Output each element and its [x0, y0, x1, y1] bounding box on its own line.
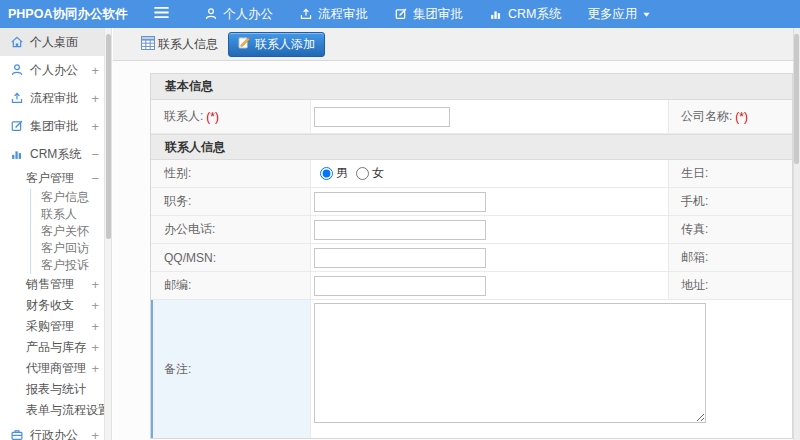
collapse-toggle: −	[91, 171, 99, 186]
sidebar-item-customer-management[interactable]: 客户管理 −	[0, 168, 111, 189]
gender-male-label: 男	[336, 165, 348, 182]
zip-input[interactable]	[314, 276, 486, 296]
nav-more-apps[interactable]: 更多应用	[574, 0, 664, 28]
hamburger-menu-button[interactable]	[154, 7, 169, 21]
collapse-toggle: −	[91, 147, 99, 162]
sidebar-item-finance[interactable]: 财务收支 +	[0, 295, 111, 316]
gender-male-radio[interactable]	[320, 167, 333, 180]
birthday-label-cell: 生日:	[669, 160, 792, 187]
sidebar-item-customer-followup[interactable]: 客户回访	[31, 240, 111, 257]
required-mark: (*)	[735, 110, 748, 124]
nav-label: 流程审批	[318, 6, 368, 23]
gender-radio-group: 男 女	[314, 165, 384, 182]
tab-bar: 联系人信息 联系人添加	[113, 28, 800, 61]
field-label: 手机:	[681, 193, 708, 210]
office-phone-input[interactable]	[314, 220, 486, 240]
bar-chart-icon	[10, 147, 24, 161]
page-scrollbar-thumb[interactable]	[794, 34, 799, 164]
user-icon	[204, 7, 218, 21]
tab-contact-add[interactable]: 联系人添加	[228, 32, 325, 57]
sidebar-item-group-approval[interactable]: 集团审批 +	[0, 112, 111, 140]
sidebar-item-agent-management[interactable]: 代理商管理 +	[0, 358, 111, 379]
office-phone-label-cell: 办公电话:	[151, 216, 311, 243]
edit-square-icon	[10, 119, 24, 133]
remark-input-cell	[311, 300, 792, 438]
expand-toggle: +	[91, 361, 99, 376]
sidebar-item-reports-statistics[interactable]: 报表与统计	[0, 379, 111, 400]
gender-female-radio[interactable]	[356, 167, 369, 180]
qq-msn-input[interactable]	[314, 248, 486, 268]
sidebar-item-purchasing[interactable]: 采购管理 +	[0, 316, 111, 337]
field-label: 地址:	[681, 277, 708, 294]
top-nav: 个人办公 流程审批 集团审批 CRM系统 更多应用	[191, 0, 664, 28]
sidebar-item-crm-system[interactable]: CRM系统 −	[0, 140, 111, 168]
contact-add-form: 基本信息 联系人: (*) 公司名称: (*) 联系人信息 性别:	[150, 73, 793, 439]
sidebar-scrollbar-track	[104, 28, 111, 440]
tab-label: 联系人添加	[255, 36, 315, 53]
sidebar-item-label: 产品与库存	[26, 339, 86, 356]
expand-toggle: +	[91, 91, 99, 106]
app-logo: PHPOA协同办公软件	[0, 6, 140, 23]
sidebar-scrollbar-thumb[interactable]	[106, 34, 111, 239]
remark-label-cell: 备注:	[151, 300, 311, 438]
remark-textarea[interactable]	[314, 303, 706, 423]
sidebar-item-label: 财务收支	[26, 297, 74, 314]
qq-msn-label-cell: QQ/MSN:	[151, 244, 311, 271]
sidebar-item-customer-care[interactable]: 客户关怀	[31, 223, 111, 240]
field-label: 备注:	[164, 361, 191, 378]
sidebar-item-personal-desktop[interactable]: 个人桌面	[0, 28, 111, 56]
sidebar-item-workflow-approval[interactable]: 流程审批 +	[0, 84, 111, 112]
gender-female-label: 女	[372, 165, 384, 182]
add-contact-icon	[238, 36, 251, 52]
position-input-cell	[311, 188, 669, 215]
gender-female-option[interactable]: 女	[350, 165, 384, 182]
field-label: 公司名称:	[681, 108, 732, 125]
gender-male-option[interactable]: 男	[314, 165, 348, 182]
required-mark: (*)	[206, 110, 219, 124]
sidebar-item-contacts[interactable]: 联系人	[31, 206, 111, 223]
nav-workflow-approval[interactable]: 流程审批	[286, 0, 381, 28]
sidebar-item-products-inventory[interactable]: 产品与库存 +	[0, 337, 111, 358]
field-label: 联系人:	[164, 108, 203, 125]
nav-group-approval[interactable]: 集团审批	[381, 0, 476, 28]
office-phone-input-cell	[311, 216, 669, 243]
sidebar-item-sales-management[interactable]: 销售管理 +	[0, 274, 111, 295]
field-label: 传真:	[681, 221, 708, 238]
contact-name-input-cell	[311, 100, 669, 133]
company-name-label-cell: 公司名称: (*)	[669, 100, 792, 133]
sidebar-item-form-workflow-settings[interactable]: 表单与流程设置 +	[0, 400, 111, 421]
sidebar-item-personal-office[interactable]: 个人办公 +	[0, 56, 111, 84]
nav-crm-system[interactable]: CRM系统	[476, 0, 574, 28]
sidebar-item-label: 个人办公	[30, 62, 78, 79]
qq-msn-input-cell	[311, 244, 669, 271]
tab-label: 联系人信息	[158, 36, 218, 53]
expand-toggle: +	[91, 277, 99, 292]
section-header-basic-info: 基本信息	[151, 74, 792, 100]
nav-personal-office[interactable]: 个人办公	[191, 0, 286, 28]
sidebar-item-label: 报表与统计	[26, 381, 86, 398]
expand-toggle: +	[91, 63, 99, 78]
sidebar-item-customer-complaint[interactable]: 客户投诉	[31, 257, 111, 274]
form-row-remark: 备注:	[151, 300, 792, 438]
position-label-cell: 职务:	[151, 188, 311, 215]
expand-toggle: +	[91, 319, 99, 334]
sidebar-item-admin-office[interactable]: 行政办公 +	[0, 421, 111, 440]
section-header-contact-info: 联系人信息	[151, 134, 792, 160]
home-icon	[10, 35, 24, 49]
gender-input-cell: 男 女	[311, 160, 669, 187]
fax-label-cell: 传真:	[669, 216, 792, 243]
sidebar-item-customer-info[interactable]: 客户信息	[31, 189, 111, 206]
contact-name-input[interactable]	[314, 107, 450, 127]
table-icon	[141, 36, 155, 53]
form-row-qq-msn: QQ/MSN: 邮箱:	[151, 244, 792, 272]
tab-contact-info[interactable]: 联系人信息	[141, 36, 218, 53]
sidebar: 个人桌面 个人办公 + 流程审批 + 集团审批 + CRM系统 − 客户管理 −…	[0, 28, 112, 440]
form-row-zip: 邮编: 地址:	[151, 272, 792, 300]
expand-toggle: +	[91, 340, 99, 355]
workflow-icon	[10, 91, 24, 105]
form-row-office-phone: 办公电话: 传真:	[151, 216, 792, 244]
hamburger-icon	[154, 7, 169, 21]
field-label: 邮编:	[164, 277, 191, 294]
position-input[interactable]	[314, 192, 486, 212]
sidebar-item-label: CRM系统	[30, 146, 81, 163]
